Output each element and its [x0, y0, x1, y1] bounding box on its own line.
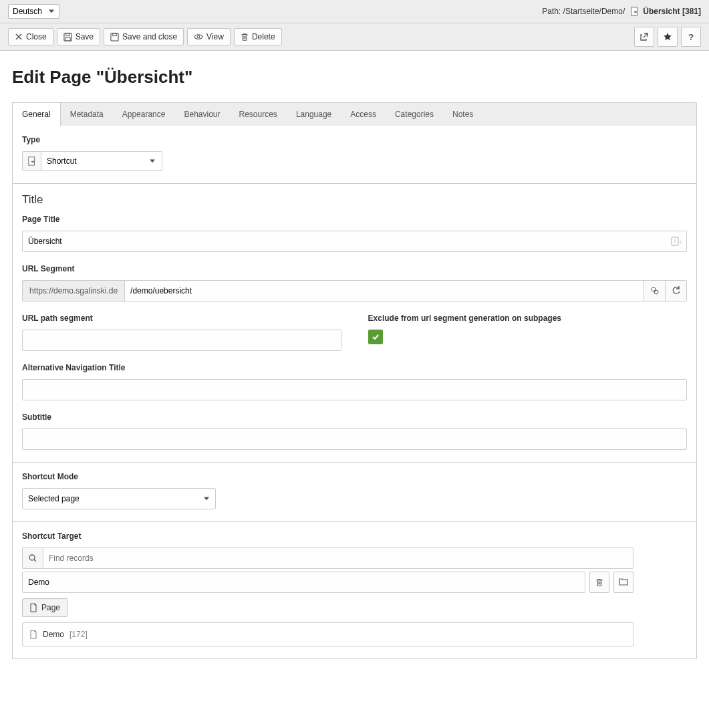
refresh-icon	[672, 286, 681, 295]
url-path-segment-label: URL path segment	[22, 314, 341, 323]
alt-nav-input[interactable]	[22, 379, 687, 400]
page-icon	[29, 630, 37, 639]
tab-language[interactable]: Language	[287, 103, 341, 126]
external-link-icon	[640, 32, 649, 41]
record-item[interactable]: Demo [172]	[22, 622, 633, 646]
remove-record-button[interactable]	[589, 572, 609, 593]
eye-icon	[194, 33, 203, 41]
path-display: Path: /Startseite/Demo/	[542, 7, 625, 16]
star-icon	[663, 32, 672, 41]
tab-general[interactable]: General	[12, 102, 61, 126]
save-close-icon	[110, 33, 119, 41]
alt-nav-label: Alternative Navigation Title	[22, 363, 687, 372]
page-record-button[interactable]: Page	[22, 598, 67, 617]
page-icon	[29, 603, 37, 612]
open-external-button[interactable]	[634, 27, 654, 47]
save-button[interactable]: Save	[57, 28, 100, 45]
bookmark-button[interactable]	[658, 27, 678, 47]
lock-toggle-icon	[650, 286, 660, 295]
shortcut-mode-select[interactable]: Selected page	[22, 488, 216, 509]
tab-notes[interactable]: Notes	[443, 103, 482, 126]
save-icon	[63, 33, 72, 41]
shortcut-page-icon	[630, 7, 640, 16]
url-path-segment-input[interactable]	[22, 330, 341, 351]
close-icon	[15, 33, 23, 41]
trash-icon	[241, 33, 249, 41]
help-icon: ?	[688, 32, 694, 42]
svg-point-6	[197, 35, 200, 38]
toolbar: Close Save Save and close View Delete ?	[0, 23, 709, 51]
shortcut-mode-section: Shortcut Mode Selected page	[13, 463, 696, 522]
browse-record-button[interactable]	[613, 572, 633, 593]
trash-icon	[595, 578, 603, 587]
required-icon: ! ‹	[671, 237, 682, 246]
subtitle-label: Subtitle	[22, 412, 687, 422]
type-dropdown[interactable]: Shortcut	[41, 152, 162, 170]
save-and-close-button[interactable]: Save and close	[104, 28, 184, 45]
page-title-input[interactable]	[22, 231, 687, 252]
url-refresh-button[interactable]	[666, 280, 687, 301]
tab-panel: Type Shortcut Title Page Title ! ‹	[12, 126, 697, 659]
type-select: Shortcut	[22, 151, 162, 171]
page-btn-label: Page	[41, 603, 60, 612]
page-title-label: Page Title	[22, 215, 687, 224]
tab-appearance[interactable]: Appearance	[113, 103, 175, 126]
help-button[interactable]: ?	[681, 27, 701, 47]
close-button[interactable]: Close	[8, 28, 53, 45]
tab-access[interactable]: Access	[341, 103, 386, 126]
svg-point-12	[29, 555, 35, 560]
svg-rect-3	[65, 37, 69, 41]
title-section: Title Page Title ! ‹ URL Segment https:/…	[13, 184, 696, 463]
url-segment-input[interactable]	[124, 280, 644, 301]
record-id: [172]	[69, 630, 88, 639]
tabs: General Metadata Appearance Behaviour Re…	[12, 102, 697, 126]
search-icon	[28, 554, 37, 563]
shortcut-target-label: Shortcut Target	[22, 531, 687, 541]
url-prefix: https://demo.sgalinski.de	[22, 280, 124, 301]
topbar: Deutsch Path: /Startseite/Demo/ Übersich…	[0, 0, 709, 23]
page-name: Übersicht [381]	[643, 7, 701, 16]
exclude-label: Exclude from url segment generation on s…	[368, 314, 688, 323]
view-button[interactable]: View	[187, 28, 231, 45]
title-heading: Title	[22, 193, 687, 207]
shortcut-mode-label: Shortcut Mode	[22, 472, 687, 481]
delete-button[interactable]: Delete	[234, 28, 282, 45]
tab-behaviour[interactable]: Behaviour	[174, 103, 229, 126]
tab-categories[interactable]: Categories	[386, 103, 443, 126]
url-segment-label: URL Segment	[22, 264, 687, 273]
svg-rect-4	[111, 33, 118, 40]
language-select[interactable]: Deutsch	[8, 4, 59, 19]
record-name: Demo	[43, 630, 64, 639]
type-label: Type	[22, 135, 687, 144]
selected-record-input[interactable]	[22, 572, 585, 593]
subtitle-input[interactable]	[22, 429, 687, 450]
language-select-wrap: Deutsch	[8, 4, 59, 19]
tab-metadata[interactable]: Metadata	[61, 103, 113, 126]
search-icon-box	[22, 548, 43, 569]
check-icon	[371, 332, 380, 342]
folder-icon	[619, 578, 628, 586]
find-records-input[interactable]	[43, 548, 633, 569]
svg-text:!: !	[674, 238, 676, 245]
type-icon	[23, 152, 41, 170]
exclude-checkbox[interactable]	[368, 330, 383, 344]
url-toggle-button[interactable]	[644, 280, 666, 301]
tab-resources[interactable]: Resources	[230, 103, 287, 126]
page-title: Edit Page "Übersicht"	[12, 67, 697, 88]
shortcut-target-section: Shortcut Target	[13, 522, 696, 658]
type-section: Type Shortcut	[13, 126, 696, 184]
